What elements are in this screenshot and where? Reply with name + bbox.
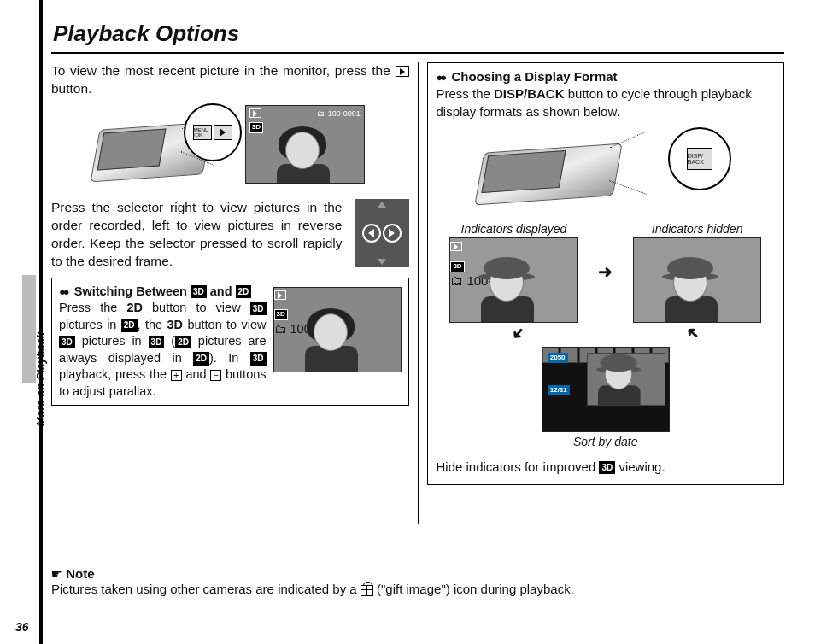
arrow-diag-left-icon: ➜: [506, 321, 530, 344]
playback-icon: [396, 66, 409, 77]
box-footer-text: Hide indicators for improved 3D viewing.: [437, 459, 776, 476]
date-label: 12/31: [548, 385, 570, 396]
thumb-indicators-displayed: 3D 🗂 100-0001: [449, 237, 578, 323]
zoom-circle-dispback: DISP/ BACK: [668, 127, 731, 190]
3d-overlay-badge: 3D: [249, 122, 263, 133]
note-body: Pictures taken using other cameras are i…: [51, 582, 784, 596]
label-indicators-displayed: Indicators displayed: [437, 221, 592, 237]
box-heading: ●● Choosing a Display Format: [437, 68, 776, 85]
box-heading: ●● Switching Between 3D and 2D: [59, 284, 267, 301]
playback-overlay-icon: [274, 290, 286, 300]
note-section: ☚ Note Pictures taken using other camera…: [51, 566, 784, 596]
thumb-indicators-hidden: [633, 237, 761, 323]
display-cycle-diagram: Indicators displayed 3D 🗂 100: [437, 221, 776, 450]
arrow-right-icon: ➜: [598, 261, 613, 284]
figure-camera-playback: MENU /OK 3D 🗂 100-0001: [51, 105, 409, 184]
page-title: Playback Options: [51, 15, 784, 54]
figure-camera-dispback: DISP/ BACK: [437, 127, 776, 206]
page-content: Playback Options To view the most recent…: [39, 0, 800, 644]
arrow-diag-right-icon: ➜: [682, 321, 705, 345]
playback-button-icon: [214, 125, 232, 140]
3d-badge-inline: 3D: [599, 461, 615, 475]
playback-overlay-icon: [249, 108, 261, 118]
camera-illustration: [480, 127, 660, 206]
minus-button-icon: −: [210, 370, 221, 381]
right-column: ●● Choosing a Display Format Press the D…: [427, 62, 785, 549]
box-intro: Press the DISP/BACK button to cycle thro…: [437, 85, 776, 120]
column-separator: [418, 62, 419, 524]
bullets-icon: ●●: [437, 71, 445, 84]
lcd-preview: 3D 🗂 100-0001: [245, 105, 365, 184]
playback-overlay-icon: [450, 242, 462, 251]
sample-photo-person: [277, 126, 330, 184]
zoom-circle-buttons: MENU /OK: [184, 103, 242, 161]
label-sort-by-date: Sort by date: [437, 434, 776, 450]
plus-button-icon: +: [171, 370, 182, 381]
menu-ok-button-icon: MENU /OK: [193, 125, 212, 140]
note-heading: ☚ Note: [51, 566, 784, 582]
page-number: 36: [15, 620, 29, 634]
camera-illustration: MENU /OK: [96, 105, 237, 184]
selector-left-icon: [362, 224, 381, 243]
sample-photo-person: [305, 308, 358, 366]
switching-2d-3d-box: ●● Switching Between 3D and 2D Press the…: [51, 278, 409, 407]
selector-dpad-illustration: [355, 199, 409, 267]
year-label: 2050: [548, 353, 568, 364]
disp-back-button-icon: DISP/ BACK: [687, 148, 712, 170]
display-format-box: ●● Choosing a Display Format Press the D…: [427, 62, 785, 485]
thumb-sort-by-date: 2050 12/31: [542, 347, 670, 432]
protect-overlay-icon: 🗂: [274, 321, 287, 338]
selector-paragraph: Press the selector right to view picture…: [51, 199, 409, 271]
selector-right-icon: [383, 224, 402, 243]
pointing-hand-icon: ☚: [51, 566, 62, 582]
3d-overlay-badge: 3D: [450, 261, 464, 272]
protect-overlay-icon: 🗂: [450, 272, 463, 290]
gift-image-icon: [361, 585, 373, 596]
bullets-icon: ●●: [59, 285, 67, 298]
frame-counter: 100-0001: [328, 108, 361, 133]
left-column: To view the most recent picture in the m…: [51, 62, 409, 549]
label-indicators-hidden: Indicators hidden: [619, 221, 775, 237]
intro-paragraph: To view the most recent picture in the m…: [51, 62, 409, 98]
box-lcd-preview: 3D 🗂 100-0001: [273, 287, 402, 372]
3d-overlay-badge: 3D: [274, 309, 288, 320]
